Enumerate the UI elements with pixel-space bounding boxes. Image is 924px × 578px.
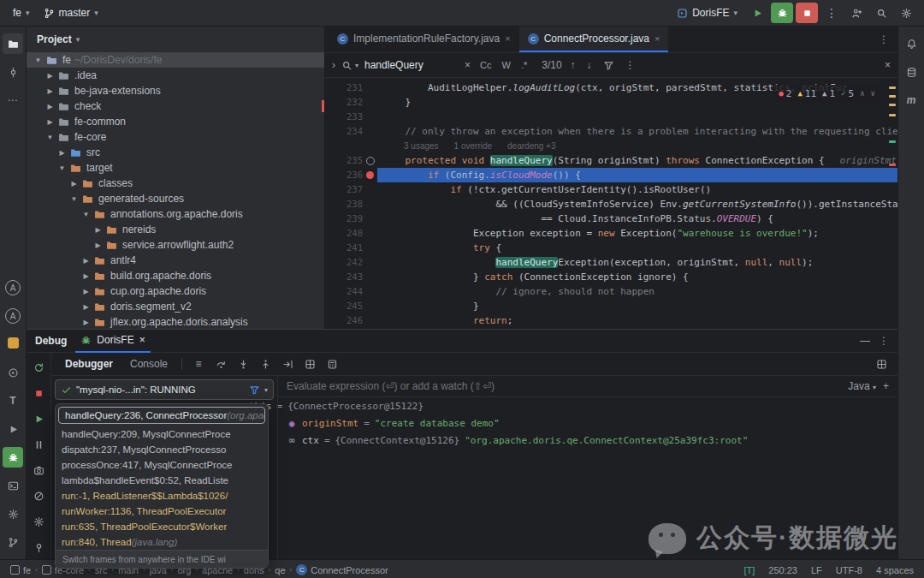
stack-frame[interactable]: run:840, Thread (java.lang)	[56, 534, 268, 550]
code-editor[interactable]: ●2▲11▲1✓5∧∨ 231 AuditLogHelper.logAuditL…	[325, 78, 897, 329]
match-case-toggle[interactable]: Cc	[477, 58, 495, 72]
regex-toggle[interactable]: .*	[518, 58, 530, 72]
tree-chevron-icon[interactable]: ▼	[57, 164, 67, 172]
tree-chevron-icon[interactable]: ▶	[45, 72, 55, 80]
tree-chevron-icon[interactable]: ▼	[45, 134, 55, 141]
tree-item[interactable]: ▶build.org.apache.doris	[27, 268, 324, 283]
line-number[interactable]: 243	[325, 270, 377, 284]
line-number[interactable]: 238	[325, 197, 377, 212]
profiler-indicator[interactable]: [T]	[743, 565, 755, 575]
vcs-tool-icon[interactable]	[3, 532, 23, 552]
stack-frame[interactable]: handleQuery:236, ConnectProcessor (org.a…	[58, 407, 265, 424]
filter-search-button[interactable]	[601, 60, 617, 71]
debugger-layout-button[interactable]	[872, 355, 891, 373]
tree-chevron-icon[interactable]: ▶	[81, 288, 91, 295]
tree-item[interactable]: ▶nereids	[27, 222, 324, 237]
inspections-widget[interactable]: ●2▲11▲1✓5∧∨	[773, 85, 880, 103]
tree-chevron-icon[interactable]: ▶	[81, 257, 91, 265]
stack-frame[interactable]: dispatch:237, MysqlConnectProcesso	[56, 442, 268, 457]
plugin-yellow-icon[interactable]	[3, 334, 23, 355]
tree-chevron-icon[interactable]: ▶	[81, 303, 91, 311]
line-number[interactable]: 236	[325, 168, 377, 182]
pause-button[interactable]	[29, 435, 48, 454]
tree-item[interactable]: ▶cup.org.apache.doris	[27, 283, 324, 299]
resume-button[interactable]	[29, 409, 48, 428]
terminal-tool-icon[interactable]	[3, 475, 23, 496]
tree-chevron-icon[interactable]: ▶	[93, 226, 103, 234]
inspection-tri-count[interactable]: ▲11	[797, 86, 816, 101]
breadcrumb-item[interactable]: qe	[275, 565, 285, 575]
step-out-button[interactable]	[256, 355, 275, 373]
line-number[interactable]: 231	[325, 80, 377, 95]
panel-options-button[interactable]: ⋮	[879, 335, 889, 347]
tree-item[interactable]: ▼fe-core	[27, 129, 324, 145]
ai-assistant-icon[interactable]: A	[3, 277, 23, 298]
stack-frame[interactable]: processOnce:417, MysqlConnectProce	[56, 457, 268, 473]
search-input[interactable]: handleQuery	[364, 59, 459, 71]
line-number[interactable]: 240	[325, 226, 377, 241]
debug-button[interactable]	[771, 3, 793, 23]
tree-item[interactable]: ▶classes	[27, 176, 324, 191]
stack-frame[interactable]: handleQuery:209, MysqlConnectProce	[56, 426, 268, 442]
file-encoding[interactable]: UTF-8	[836, 565, 862, 575]
restore-layout-icon[interactable]: ≡	[189, 355, 208, 373]
line-number[interactable]: 232	[325, 95, 377, 110]
add-watch-button[interactable]: +	[883, 380, 889, 392]
thread-selector[interactable]: "mysql-nio-...in": RUNNING ▾	[55, 379, 274, 400]
run-tool-icon[interactable]	[3, 419, 23, 439]
tree-item[interactable]: ▶jflex.org.apache.doris.analysis	[27, 314, 324, 329]
notifications-icon[interactable]	[901, 33, 921, 54]
line-separator[interactable]: LF	[811, 565, 822, 575]
tree-item[interactable]: ▼target	[27, 160, 324, 176]
tree-chevron-icon[interactable]: ▶	[45, 118, 55, 126]
tree-chevron-icon[interactable]: ▼	[81, 211, 91, 218]
words-toggle[interactable]: W	[498, 58, 513, 72]
rerun-button[interactable]	[29, 358, 48, 377]
stack-frame[interactable]: runWorker:1136, ThreadPoolExecutor	[56, 504, 268, 519]
more-tool-windows-icon[interactable]: ⋯	[3, 90, 23, 110]
previous-problem-button[interactable]: ∧	[860, 86, 864, 101]
project-widget[interactable]: fe ▾	[7, 4, 36, 21]
line-number[interactable]: 239	[325, 212, 377, 226]
stack-frame[interactable]: lambda$handleEvent$0:52, ReadListe	[56, 473, 268, 488]
project-panel-header[interactable]: Project ▾	[27, 27, 324, 52]
tree-chevron-icon[interactable]: ▶	[45, 87, 55, 95]
tab-list-button[interactable]: ⋮	[870, 27, 897, 52]
close-search-button[interactable]: ×	[885, 59, 891, 71]
inspection-check-count[interactable]: ✓5	[841, 86, 854, 101]
tree-item[interactable]: ▶.idea	[27, 68, 324, 83]
debug-tool-icon[interactable]	[3, 447, 23, 468]
tree-item[interactable]: ▶doris.segment_v2	[27, 299, 324, 314]
inlay-hint[interactable]: 3 usages	[404, 139, 439, 153]
minimize-panel-button[interactable]: —	[860, 335, 870, 347]
settings-sync-icon[interactable]	[3, 504, 23, 524]
editor-tab[interactable]: CImplementationRuleFactory.java×	[329, 27, 519, 52]
tree-chevron-icon[interactable]: ▼	[33, 57, 43, 64]
tree-item[interactable]: ▼fe ~/DorisDev/doris/fe	[27, 52, 324, 68]
inspection-tri-count[interactable]: ▲1	[822, 86, 835, 101]
close-icon[interactable]: ×	[505, 33, 510, 44]
view-breakpoints-button[interactable]	[300, 355, 319, 373]
variable-row[interactable]: ◉originStmt = "create database demo"	[278, 414, 897, 432]
pull-requests-icon[interactable]: T	[3, 390, 23, 411]
settings-button[interactable]	[895, 3, 917, 23]
database-tool-icon[interactable]	[901, 62, 921, 82]
commit-tool-icon[interactable]	[3, 62, 23, 82]
more-actions-button[interactable]: ⋮	[820, 3, 843, 23]
override-marker-icon[interactable]	[365, 156, 375, 165]
breadcrumb-item[interactable]: fe	[10, 565, 31, 575]
run-anything-icon[interactable]	[3, 362, 23, 383]
tree-item[interactable]: ▼generated-sources	[27, 191, 324, 206]
vcs-widget[interactable]: master ▾	[38, 4, 104, 21]
next-occurrence-button[interactable]: ↓	[584, 59, 595, 71]
close-icon[interactable]: ×	[654, 33, 660, 44]
tree-chevron-icon[interactable]: ▼	[69, 195, 79, 203]
tree-item[interactable]: ▼annotations.org.apache.doris	[27, 206, 324, 222]
step-into-button[interactable]	[234, 355, 252, 373]
tree-item[interactable]: ▶antlr4	[27, 253, 324, 268]
breakpoint-icon[interactable]	[365, 170, 375, 180]
debug-settings-button[interactable]	[29, 512, 48, 531]
tree-item[interactable]: ▶be-java-extensions	[27, 83, 324, 98]
line-number[interactable]: 237	[325, 182, 377, 197]
run-config-selector[interactable]: DorisFE ▾	[671, 4, 743, 21]
